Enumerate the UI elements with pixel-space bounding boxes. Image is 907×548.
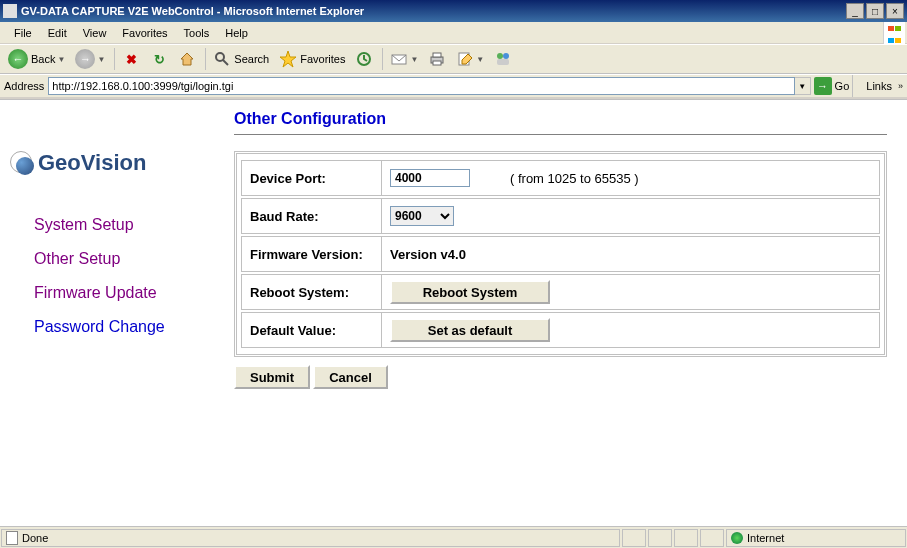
address-label: Address: [4, 80, 44, 92]
row-default-value: Default Value: Set as default: [241, 312, 880, 348]
home-button[interactable]: [174, 47, 200, 71]
firmware-version-value: Version v4.0: [390, 247, 466, 262]
window-titlebar: GV-DATA CAPTURE V2E WebControl - Microso…: [0, 0, 907, 22]
menu-view[interactable]: View: [75, 25, 115, 41]
row-reboot-system: Reboot System: Reboot System: [241, 274, 880, 310]
row-firmware-version: Firmware Version: Version v4.0: [241, 236, 880, 272]
minimize-button[interactable]: _: [846, 3, 864, 19]
sidebar-item-other-setup[interactable]: Other Setup: [34, 250, 214, 268]
sidebar-item-password-change[interactable]: Password Change: [34, 318, 214, 336]
reboot-system-button[interactable]: Reboot System: [390, 280, 550, 304]
back-button[interactable]: ← Back ▼: [4, 47, 69, 71]
baud-rate-select[interactable]: 9600: [390, 206, 454, 226]
forward-arrow-icon: →: [75, 49, 95, 69]
chevron-down-icon: ▼: [476, 55, 484, 64]
favorites-button[interactable]: Favorites: [275, 47, 349, 71]
chevron-right-icon: »: [898, 81, 903, 91]
label-reboot-system: Reboot System:: [242, 275, 382, 309]
status-cell-3: [674, 529, 698, 547]
print-icon: [428, 50, 446, 68]
status-bar: Done Internet: [0, 526, 907, 548]
status-zone: Internet: [747, 532, 784, 544]
label-baud-rate: Baud Rate:: [242, 199, 382, 233]
history-button[interactable]: [351, 47, 377, 71]
label-device-port: Device Port:: [242, 161, 382, 195]
svg-rect-10: [497, 59, 509, 65]
cancel-button[interactable]: Cancel: [313, 365, 388, 389]
svg-rect-6: [433, 61, 441, 65]
sidebar-item-system-setup[interactable]: System Setup: [34, 216, 214, 234]
home-icon: [178, 50, 196, 68]
brand-logo: GeoVision: [10, 150, 230, 176]
svg-point-8: [497, 53, 503, 59]
chevron-down-icon: ▼: [97, 55, 105, 64]
star-icon: [279, 50, 297, 68]
stop-button[interactable]: ✖: [118, 47, 144, 71]
logo-mark-icon: [10, 151, 34, 175]
page-body: GeoVision System Setup Other Setup Firmw…: [0, 99, 907, 526]
row-device-port: Device Port: ( from 1025 to 65535 ): [241, 160, 880, 196]
status-cell-1: [622, 529, 646, 547]
app-icon: [3, 4, 17, 18]
refresh-button[interactable]: ↻: [146, 47, 172, 71]
toolbar-separator: [852, 75, 853, 97]
status-text-cell: Done: [1, 529, 620, 547]
mail-button[interactable]: ▼: [386, 47, 422, 71]
toolbar-separator: [205, 48, 206, 70]
address-dropdown[interactable]: ▼: [795, 77, 811, 95]
content: Other Configuration Device Port: ( from …: [230, 100, 907, 526]
globe-icon: [731, 532, 743, 544]
windows-logo-icon: [883, 22, 905, 44]
address-input[interactable]: http://192.168.0.100:3999/tgi/login.tgi: [48, 77, 794, 95]
chevron-down-icon: ▼: [57, 55, 65, 64]
messenger-button[interactable]: [490, 47, 516, 71]
menu-bar: File Edit View Favorites Tools Help: [0, 22, 907, 44]
window-title: GV-DATA CAPTURE V2E WebControl - Microso…: [21, 5, 844, 17]
status-cell-4: [700, 529, 724, 547]
device-port-hint: ( from 1025 to 65535 ): [510, 171, 639, 186]
stop-icon: ✖: [122, 50, 140, 68]
links-button[interactable]: Links: [862, 80, 896, 92]
history-icon: [355, 50, 373, 68]
menu-tools[interactable]: Tools: [176, 25, 218, 41]
print-button[interactable]: [424, 47, 450, 71]
chevron-down-icon: ▼: [410, 55, 418, 64]
edit-button[interactable]: ▼: [452, 47, 488, 71]
sidebar-item-firmware-update[interactable]: Firmware Update: [34, 284, 214, 302]
close-button[interactable]: ×: [886, 3, 904, 19]
set-as-default-button[interactable]: Set as default: [390, 318, 550, 342]
search-button[interactable]: Search: [209, 47, 273, 71]
messenger-icon: [494, 50, 512, 68]
search-icon: [213, 50, 231, 68]
menu-edit[interactable]: Edit: [40, 25, 75, 41]
page-title: Other Configuration: [234, 110, 887, 135]
toolbar-separator: [382, 48, 383, 70]
row-baud-rate: Baud Rate: 9600: [241, 198, 880, 234]
maximize-button[interactable]: □: [866, 3, 884, 19]
device-port-input[interactable]: [390, 169, 470, 187]
svg-point-0: [216, 53, 224, 61]
submit-button[interactable]: Submit: [234, 365, 310, 389]
refresh-icon: ↻: [150, 50, 168, 68]
menu-help[interactable]: Help: [217, 25, 256, 41]
sidebar: GeoVision System Setup Other Setup Firmw…: [0, 100, 230, 526]
forward-button[interactable]: → ▼: [71, 47, 109, 71]
menu-file[interactable]: File: [6, 25, 40, 41]
form-buttons: Submit Cancel: [234, 365, 887, 389]
svg-line-1: [223, 60, 228, 65]
mail-icon: [390, 50, 408, 68]
go-button[interactable]: → Go: [814, 77, 850, 95]
config-form: Device Port: ( from 1025 to 65535 ) Baud…: [234, 151, 887, 357]
status-zone-cell: Internet: [726, 529, 906, 547]
status-cell-2: [648, 529, 672, 547]
address-bar: Address http://192.168.0.100:3999/tgi/lo…: [0, 74, 907, 99]
toolbar-separator: [114, 48, 115, 70]
toolbar: ← Back ▼ → ▼ ✖ ↻ Search Favorites: [0, 44, 907, 74]
label-default-value: Default Value:: [242, 313, 382, 347]
menu-favorites[interactable]: Favorites: [114, 25, 175, 41]
edit-icon: [456, 50, 474, 68]
svg-rect-5: [433, 53, 441, 57]
brand-name: GeoVision: [38, 150, 146, 176]
label-firmware-version: Firmware Version:: [242, 237, 382, 271]
back-arrow-icon: ←: [8, 49, 28, 69]
